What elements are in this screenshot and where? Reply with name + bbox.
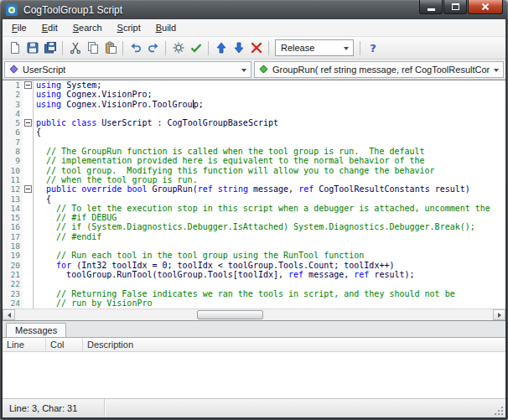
- code-line[interactable]: toolGroup.RunTool(toolGroup.Tools[toolId…: [36, 270, 505, 279]
- line-number[interactable]: 19: [11, 251, 20, 260]
- close-button[interactable]: [468, 0, 503, 14]
- code-line[interactable]: using Cognex.VisionPro.ToolGroup;: [36, 100, 505, 109]
- save-icon[interactable]: [23, 39, 41, 57]
- code-line[interactable]: // To let the execution stop in this scr…: [36, 204, 505, 213]
- code-line[interactable]: // implementation provided here is equiv…: [36, 156, 505, 165]
- code-line[interactable]: using System;: [36, 80, 505, 90]
- line-number[interactable]: 15: [11, 213, 20, 222]
- toolbar-separator: [122, 41, 123, 55]
- line-number[interactable]: 1: [15, 80, 20, 90]
- line-number[interactable]: 14: [11, 204, 20, 213]
- title-bar[interactable]: CogToolGroup1 Script: [0, 0, 508, 19]
- copy-icon[interactable]: [84, 39, 101, 57]
- column-header-line[interactable]: Line: [3, 338, 46, 351]
- minimize-button[interactable]: [419, 0, 443, 14]
- fold-collapse-icon[interactable]: [24, 119, 32, 127]
- editor-code[interactable]: using System;using Cognex.VisionPro;usin…: [34, 80, 505, 309]
- line-number[interactable]: 3: [15, 100, 20, 109]
- fold-margin-cell[interactable]: [23, 184, 33, 194]
- line-number[interactable]: 6: [15, 127, 20, 137]
- delete-icon[interactable]: [247, 39, 265, 57]
- line-number[interactable]: 5: [15, 118, 20, 127]
- menu-build[interactable]: Build: [148, 19, 184, 36]
- scrollbar-thumb[interactable]: [197, 310, 264, 319]
- check-icon[interactable]: [187, 39, 205, 57]
- line-number[interactable]: 4: [15, 109, 20, 118]
- fold-margin-cell[interactable]: [23, 118, 33, 127]
- code-editor[interactable]: 123456789101112131415161718192021222324 …: [3, 80, 505, 321]
- column-header-description[interactable]: Description: [83, 338, 505, 351]
- scope-combobox[interactable]: UserScript: [4, 61, 251, 78]
- code-line[interactable]: public override bool GroupRun(ref string…: [36, 184, 505, 194]
- horizontal-scrollbar[interactable]: [3, 309, 505, 320]
- code-line[interactable]: for (Int32 toolIdx = 0; toolIdx < toolGr…: [36, 261, 505, 270]
- build-configuration-combobox[interactable]: Release: [275, 39, 354, 56]
- fold-margin-cell[interactable]: [23, 80, 33, 90]
- member-combobox[interactable]: GroupRun( ref string message, ref CogToo…: [254, 61, 504, 78]
- code-line[interactable]: {: [36, 194, 505, 204]
- menu-search[interactable]: Search: [65, 19, 110, 36]
- menu-script[interactable]: Script: [110, 19, 148, 36]
- code-line[interactable]: {: [36, 127, 505, 137]
- code-line[interactable]: [36, 241, 505, 251]
- compile-icon[interactable]: [169, 39, 187, 57]
- line-number[interactable]: 13: [11, 194, 20, 204]
- code-line[interactable]: // Run each tool in the tool group using…: [36, 251, 505, 260]
- fold-collapse-icon[interactable]: [24, 185, 32, 193]
- line-number[interactable]: 23: [11, 289, 20, 298]
- undo-icon[interactable]: [127, 39, 144, 57]
- code-line[interactable]: // run by VisionPro: [36, 298, 505, 308]
- line-number[interactable]: 10: [11, 166, 20, 175]
- fold-collapse-icon[interactable]: [24, 81, 32, 89]
- line-number[interactable]: 2: [15, 90, 20, 99]
- line-number[interactable]: 11: [11, 175, 20, 184]
- caret-position-status: Line: 3, Char: 31: [3, 399, 105, 417]
- code-line[interactable]: using Cognex.VisionPro;: [36, 90, 505, 99]
- line-number[interactable]: 16: [11, 222, 20, 231]
- code-line[interactable]: // when the tool group is run.: [36, 175, 505, 184]
- cut-icon[interactable]: [66, 39, 84, 57]
- code-line[interactable]: // #if DEBUG: [36, 213, 505, 222]
- line-number[interactable]: 20: [11, 261, 20, 270]
- redo-icon[interactable]: [144, 39, 162, 57]
- toolbar-separator: [165, 41, 166, 55]
- menu-edit[interactable]: Edit: [34, 19, 65, 36]
- new-icon[interactable]: [6, 39, 23, 57]
- maximize-button[interactable]: [443, 0, 467, 14]
- save-all-icon[interactable]: [41, 39, 59, 57]
- tab-messages[interactable]: Messages: [6, 323, 66, 337]
- scrollbar-track[interactable]: [15, 309, 493, 320]
- code-line[interactable]: // Returning False indicates we ran the …: [36, 289, 505, 298]
- paste-icon[interactable]: [101, 39, 119, 57]
- line-number[interactable]: 18: [11, 241, 20, 251]
- line-number[interactable]: 7: [15, 137, 20, 147]
- code-line[interactable]: // tool group. Modifying this function w…: [36, 166, 505, 175]
- code-line[interactable]: [36, 109, 505, 118]
- fold-margin-cell: [23, 222, 33, 231]
- line-number[interactable]: 12: [11, 184, 20, 194]
- code-line[interactable]: // if (System.Diagnostics.Debugger.IsAtt…: [36, 222, 505, 231]
- column-header-col[interactable]: Col: [46, 338, 83, 351]
- help-icon[interactable]: ?: [364, 39, 381, 57]
- code-line[interactable]: // The GroupRun function is called when …: [36, 147, 505, 156]
- code-line[interactable]: [36, 137, 505, 147]
- line-number[interactable]: 21: [11, 270, 20, 279]
- resize-grip-icon[interactable]: [493, 405, 504, 416]
- maximize-icon: [452, 3, 459, 10]
- line-number[interactable]: 8: [15, 147, 20, 156]
- menu-file[interactable]: File: [4, 19, 34, 36]
- line-number[interactable]: 24: [11, 298, 20, 308]
- move-up-icon[interactable]: [212, 39, 230, 57]
- code-line[interactable]: // #endif: [36, 232, 505, 241]
- code-line[interactable]: public class UserScript : CogToolGroupBa…: [36, 118, 505, 127]
- move-down-icon[interactable]: [230, 39, 247, 57]
- scroll-right-button[interactable]: [493, 309, 505, 320]
- line-number[interactable]: 9: [15, 156, 20, 165]
- messages-list[interactable]: [3, 352, 505, 398]
- line-number[interactable]: 22: [11, 279, 20, 288]
- class-icon: [10, 65, 18, 74]
- fold-margin-cell: [23, 127, 33, 137]
- line-number[interactable]: 17: [11, 232, 20, 241]
- scroll-left-button[interactable]: [3, 309, 15, 320]
- code-line[interactable]: [36, 279, 505, 288]
